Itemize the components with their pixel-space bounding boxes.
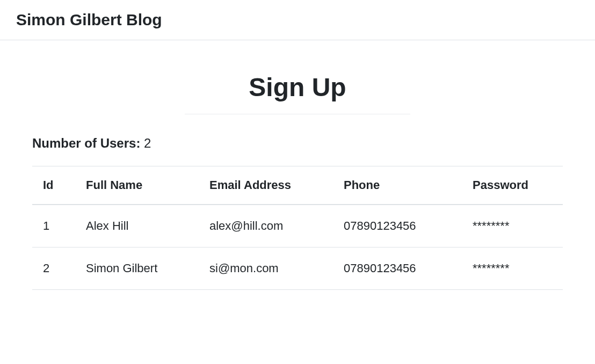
cell-phone: 07890123456 bbox=[333, 205, 462, 247]
cell-id: 1 bbox=[32, 205, 75, 247]
table-row: 2 Simon Gilbert si@mon.com 07890123456 *… bbox=[32, 247, 563, 290]
cell-id: 2 bbox=[32, 247, 75, 290]
site-title[interactable]: Simon Gilbert Blog bbox=[16, 11, 579, 29]
cell-password: ******** bbox=[462, 247, 563, 290]
table-row: 1 Alex Hill alex@hill.com 07890123456 **… bbox=[32, 205, 563, 247]
cell-fullname: Simon Gilbert bbox=[75, 247, 199, 290]
user-count: Number of Users: 2 bbox=[32, 136, 563, 151]
user-count-label: Number of Users: bbox=[32, 136, 140, 150]
cell-fullname: Alex Hill bbox=[75, 205, 199, 247]
page-title-wrap: Sign Up bbox=[185, 72, 410, 114]
cell-email: si@mon.com bbox=[199, 247, 333, 290]
column-header-fullname: Full Name bbox=[75, 166, 199, 205]
cell-email: alex@hill.com bbox=[199, 205, 333, 247]
table-header-row: Id Full Name Email Address Phone Passwor… bbox=[32, 166, 563, 205]
column-header-password: Password bbox=[462, 166, 563, 205]
main-content: Sign Up Number of Users: 2 Id Full Name … bbox=[0, 40, 595, 290]
cell-phone: 07890123456 bbox=[333, 247, 462, 290]
column-header-email: Email Address bbox=[199, 166, 333, 205]
column-header-phone: Phone bbox=[333, 166, 462, 205]
page-title: Sign Up bbox=[185, 72, 410, 114]
cell-password: ******** bbox=[462, 205, 563, 247]
user-count-value: 2 bbox=[144, 136, 151, 150]
site-header: Simon Gilbert Blog bbox=[0, 0, 595, 40]
users-table: Id Full Name Email Address Phone Passwor… bbox=[32, 166, 563, 290]
column-header-id: Id bbox=[32, 166, 75, 205]
